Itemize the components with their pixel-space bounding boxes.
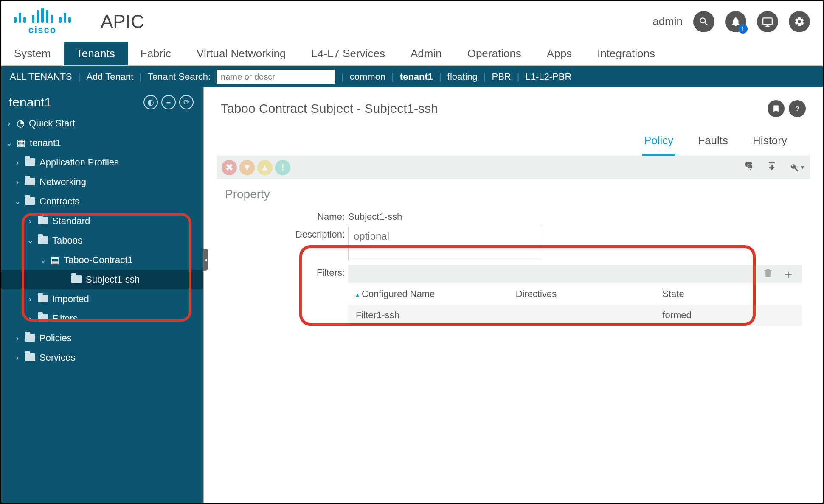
all-tenants-link[interactable]: ALL TENANTS (10, 71, 72, 82)
tree-subject1-ssh[interactable]: Subject1-ssh (1, 270, 203, 289)
current-user-label[interactable]: admin (652, 15, 683, 28)
tab-policy[interactable]: Policy (642, 130, 675, 156)
tree-tenant1[interactable]: ⌄▦tenant1 (1, 133, 203, 153)
fault-critical-icon[interactable]: ✖ (222, 160, 237, 175)
tools-button[interactable]: ▼ (789, 162, 805, 173)
col-directives[interactable]: Directives (508, 283, 655, 305)
cisco-logo: cisco (14, 8, 71, 36)
name-value: Subject1-ssh (348, 209, 402, 222)
help-button[interactable]: ? (789, 100, 806, 117)
grid-icon: ▦ (17, 137, 25, 148)
wrench-icon (789, 162, 799, 173)
nav-admin[interactable]: Admin (398, 42, 455, 65)
primary-nav: System Tenants Fabric Virtual Networking… (1, 42, 823, 66)
tree-standard[interactable]: ›Standard (1, 211, 203, 231)
cell-name: Filter1-ssh (348, 305, 508, 326)
nav-operations[interactable]: Operations (455, 42, 534, 65)
cisco-wordmark: cisco (28, 25, 56, 36)
property-section: Property Name: Subject1-ssh Description:… (204, 179, 823, 339)
bookmark-icon (772, 104, 780, 113)
name-label: Name: (225, 209, 348, 222)
quickstart-icon: ◔ (17, 118, 25, 129)
folder-icon (25, 158, 35, 166)
tab-faults[interactable]: Faults (696, 130, 730, 156)
svg-text:?: ? (795, 105, 799, 112)
tenant-search-label: Tenant Search: (148, 71, 211, 82)
nav-l4l7[interactable]: L4-L7 Services (299, 42, 398, 65)
search-button[interactable] (693, 11, 714, 32)
cell-state: formed (655, 305, 802, 326)
dashboard-button[interactable] (757, 11, 778, 32)
delete-filter-button[interactable] (762, 268, 773, 280)
folder-icon (25, 178, 35, 185)
folder-icon (38, 314, 48, 322)
col-configured-name[interactable]: ▴Configured Name (348, 283, 508, 305)
nav-fabric[interactable]: Fabric (128, 42, 184, 65)
tree-quickstart[interactable]: ›◔Quick Start (1, 114, 203, 133)
fault-minor-icon[interactable]: ▲ (257, 160, 273, 175)
nav-tree-sidebar: tenant1 ◐ ≡ ⟳ ›◔Quick Start ⌄▦tenant1 ›A… (1, 87, 203, 503)
tenant-link-common[interactable]: common (350, 71, 385, 82)
page-title: Taboo Contract Subject - Subject1-ssh (221, 101, 438, 116)
alerts-button[interactable]: 1 (725, 11, 746, 32)
monitor-icon (762, 16, 773, 27)
refresh-button[interactable] (745, 162, 755, 174)
tree-refresh-icon[interactable]: ⟳ (179, 95, 194, 109)
tenant-link-floating[interactable]: floating (447, 71, 478, 82)
folder-icon (25, 334, 35, 342)
nav-virtual-networking[interactable]: Virtual Networking (184, 42, 299, 65)
tenant-link-l1l2pbr[interactable]: L1-L2-PBR (525, 71, 571, 82)
tab-history[interactable]: History (751, 130, 789, 156)
filters-header-bar: ＋ (348, 265, 802, 283)
tree-taboos[interactable]: ⌄Taboos (1, 231, 203, 250)
tree-filter-icon[interactable]: ≡ (161, 95, 176, 109)
nav-apps[interactable]: Apps (534, 42, 585, 65)
content-tabs: Policy Faults History (217, 130, 810, 156)
col-state[interactable]: State (655, 283, 802, 305)
nav-system[interactable]: System (1, 42, 64, 65)
table-row[interactable]: Filter1-ssh formed (348, 305, 802, 326)
content-pane: ◂ Taboo Contract Subject - Subject1-ssh … (203, 87, 823, 503)
tree-imported[interactable]: ›Imported (1, 289, 203, 309)
description-input[interactable] (348, 227, 543, 260)
app-header: cisco APIC admin 1 (1, 1, 823, 42)
tenant-subbar: ALL TENANTS | Add Tenant | Tenant Search… (1, 66, 823, 87)
question-icon: ? (793, 104, 802, 113)
description-label: Description: (225, 227, 348, 240)
download-button[interactable] (767, 162, 777, 174)
tree-networking[interactable]: ›Networking (1, 172, 203, 192)
property-heading: Property (225, 188, 802, 201)
fault-major-icon[interactable]: ▼ (239, 160, 255, 175)
gear-icon (794, 16, 805, 27)
tree-taboo-contract1[interactable]: ⌄▤Taboo-Contract1 (1, 250, 203, 270)
brand-block: cisco APIC (14, 8, 144, 36)
tenant-link-tenant1[interactable]: tenant1 (400, 71, 433, 82)
bookmark-button[interactable] (768, 100, 785, 117)
settings-button[interactable] (789, 11, 810, 32)
nav-tenants[interactable]: Tenants (64, 42, 128, 65)
sidebar-root-title: tenant1 (9, 95, 51, 109)
filters-label: Filters: (225, 265, 348, 278)
folder-icon (71, 275, 82, 283)
nav-tree: ›◔Quick Start ⌄▦tenant1 ›Application Pro… (1, 114, 203, 367)
tenant-search-input[interactable] (217, 70, 335, 84)
product-title: APIC (101, 11, 144, 32)
folder-icon (38, 236, 48, 244)
folder-icon (25, 353, 35, 361)
alert-count-badge: 1 (738, 24, 748, 34)
tree-application-profiles[interactable]: ›Application Profiles (1, 153, 203, 172)
tree-services[interactable]: ›Services (1, 348, 203, 367)
nav-integrations[interactable]: Integrations (585, 42, 668, 65)
tree-collapse-icon[interactable]: ◐ (143, 95, 158, 109)
add-tenant-link[interactable]: Add Tenant (86, 71, 133, 82)
folder-icon (38, 217, 48, 224)
tree-contracts[interactable]: ⌄Contracts (1, 192, 203, 211)
add-filter-button[interactable]: ＋ (782, 268, 795, 280)
tree-filters[interactable]: ›Filters (1, 309, 203, 328)
cell-directives (508, 305, 655, 326)
contract-icon: ▤ (51, 255, 59, 266)
fault-warning-icon[interactable]: ! (275, 160, 290, 175)
tenant-link-pbr[interactable]: PBR (492, 71, 511, 82)
tree-policies[interactable]: ›Policies (1, 328, 203, 348)
filters-table: ▴Configured Name Directives State Filter… (348, 283, 802, 326)
